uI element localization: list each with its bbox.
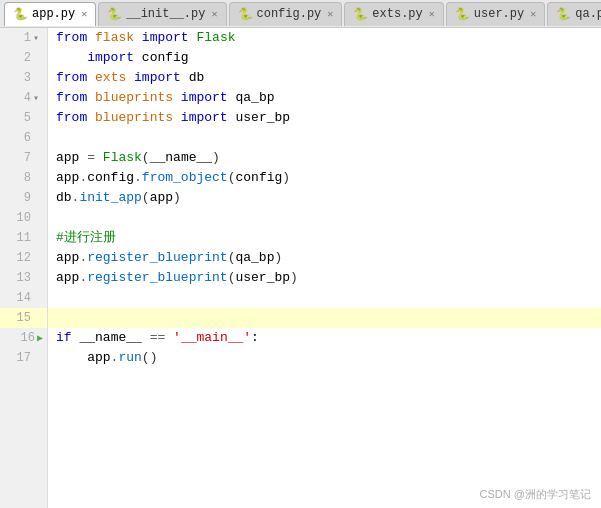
fold-icon-7 [33, 153, 43, 164]
line-info-16: 16 ▶ [0, 328, 47, 348]
tab-close-button[interactable]: ✕ [211, 8, 217, 20]
code-text-9: db.init_app(app) [56, 188, 181, 208]
code-text-5: from blueprints import user_bp [56, 108, 290, 128]
fold-icon-6 [33, 133, 43, 144]
line-info-13: 13 [0, 268, 47, 288]
code-line-9: db.init_app(app) [48, 188, 601, 208]
line-number-14: 14 [9, 291, 31, 305]
line-number-4: 4 [9, 91, 31, 105]
run-icon-16[interactable]: ▶ [37, 332, 43, 344]
line-number-7: 7 [9, 151, 31, 165]
tab-app-py[interactable]: 🐍 app.py ✕ [4, 2, 96, 26]
code-text-3: from exts import db [56, 68, 204, 88]
line-number-8: 8 [9, 171, 31, 185]
code-text-13: app.register_blueprint(user_bp) [56, 268, 298, 288]
code-area: 1 ▾ 2 3 4 ▾ 5 [0, 28, 601, 508]
tab-close-button[interactable]: ✕ [530, 8, 536, 20]
line-number-10: 10 [9, 211, 31, 225]
code-text-1: from flask import Flask [56, 28, 236, 48]
line-number-1: 1 [9, 31, 31, 45]
line-number-13: 13 [9, 271, 31, 285]
line-info-6: 6 [0, 128, 47, 148]
python-icon: 🐍 [13, 7, 28, 22]
line-number-16: 16 [13, 331, 35, 345]
code-line-6 [48, 128, 601, 148]
code-text-11: #进行注册 [56, 228, 116, 248]
fold-icon-14 [33, 293, 43, 304]
code-line-14 [48, 288, 601, 308]
fold-icon-13 [33, 273, 43, 284]
fold-icon-3 [33, 73, 43, 84]
line-info-5: 5 [0, 108, 47, 128]
fold-icon-12 [33, 253, 43, 264]
fold-icon-17 [33, 353, 43, 364]
line-info-11: 11 [0, 228, 47, 248]
python-icon: 🐍 [107, 7, 122, 22]
code-text-16: if __name__ == '__main__': [56, 328, 259, 348]
code-lines-panel[interactable]: from flask import Flask import config fr… [48, 28, 601, 508]
code-line-5: from blueprints import user_bp [48, 108, 601, 128]
code-line-11: #进行注册 [48, 228, 601, 248]
code-text-15 [56, 308, 64, 328]
tab-label: __init__.py [126, 7, 205, 21]
python-icon: 🐍 [353, 7, 368, 22]
code-line-16: if __name__ == '__main__': [48, 328, 601, 348]
code-line-17: app.run() [48, 348, 601, 368]
tab-label: qa.py [575, 7, 601, 21]
watermark: CSDN @洲的学习笔记 [480, 487, 591, 502]
tab-close-button[interactable]: ✕ [327, 8, 333, 20]
code-line-10 [48, 208, 601, 228]
code-line-13: app.register_blueprint(user_bp) [48, 268, 601, 288]
line-info-1: 1 ▾ [0, 28, 47, 48]
line-number-11: 11 [9, 231, 31, 245]
tab-config-py[interactable]: 🐍 config.py ✕ [229, 2, 343, 26]
tab-label: app.py [32, 7, 75, 21]
code-line-7: app = Flask(__name__) [48, 148, 601, 168]
code-line-4: from blueprints import qa_bp [48, 88, 601, 108]
tab-close-button[interactable]: ✕ [429, 8, 435, 20]
tab-init-py[interactable]: 🐍 __init__.py ✕ [98, 2, 226, 26]
code-text-12: app.register_blueprint(qa_bp) [56, 248, 282, 268]
code-text-8: app.config.from_object(config) [56, 168, 290, 188]
editor-container: 🐍 app.py ✕ 🐍 __init__.py ✕ 🐍 config.py ✕… [0, 0, 601, 508]
code-text-7: app = Flask(__name__) [56, 148, 220, 168]
tab-close-button[interactable]: ✕ [81, 8, 87, 20]
code-text-14 [56, 288, 64, 308]
tab-label: config.py [257, 7, 322, 21]
fold-icon-5 [33, 113, 43, 124]
fold-icon-15 [33, 313, 43, 324]
fold-icon-4[interactable]: ▾ [33, 92, 43, 104]
fold-icon-11 [33, 233, 43, 244]
fold-icon-2 [33, 53, 43, 64]
line-number-6: 6 [9, 131, 31, 145]
line-number-5: 5 [9, 111, 31, 125]
tab-user-py[interactable]: 🐍 user.py ✕ [446, 2, 545, 26]
line-number-15: 15 [9, 311, 31, 325]
code-text-10 [56, 208, 64, 228]
python-icon: 🐍 [556, 7, 571, 22]
line-info-8: 8 [0, 168, 47, 188]
code-line-2: import config [48, 48, 601, 68]
code-line-1: from flask import Flask [48, 28, 601, 48]
line-number-12: 12 [9, 251, 31, 265]
code-line-15 [48, 308, 601, 328]
fold-icon-1[interactable]: ▾ [33, 32, 43, 44]
tab-qa-py[interactable]: 🐍 qa.py ✕ [547, 2, 601, 26]
code-text-4: from blueprints import qa_bp [56, 88, 275, 108]
python-icon: 🐍 [455, 7, 470, 22]
tab-exts-py[interactable]: 🐍 exts.py ✕ [344, 2, 443, 26]
code-text-6 [56, 128, 64, 148]
line-info-14: 14 [0, 288, 47, 308]
code-line-12: app.register_blueprint(qa_bp) [48, 248, 601, 268]
line-info-3: 3 [0, 68, 47, 88]
line-info-9: 9 [0, 188, 47, 208]
line-number-17: 17 [9, 351, 31, 365]
code-text-17: app.run() [56, 348, 157, 368]
code-line-8: app.config.from_object(config) [48, 168, 601, 188]
line-info-10: 10 [0, 208, 47, 228]
line-info-7: 7 [0, 148, 47, 168]
code-line-3: from exts import db [48, 68, 601, 88]
python-icon: 🐍 [238, 7, 253, 22]
fold-icon-8 [33, 173, 43, 184]
tab-label: exts.py [372, 7, 422, 21]
